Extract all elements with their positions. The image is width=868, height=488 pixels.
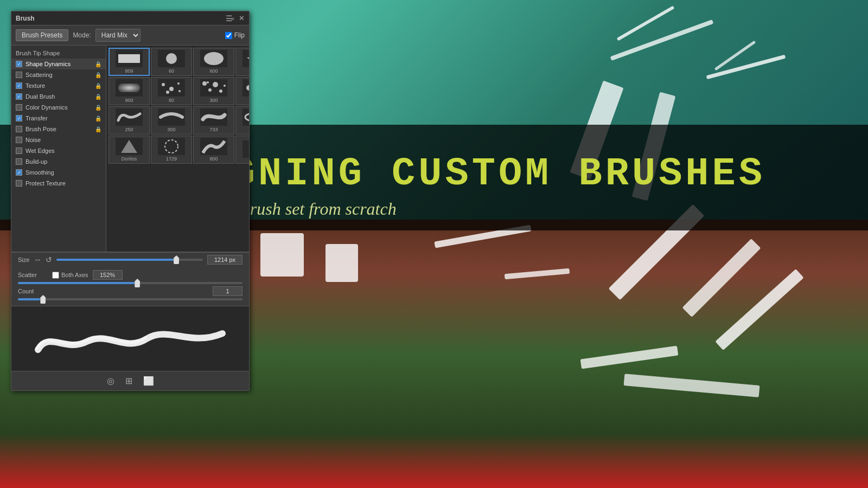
scatter-label: Scatter	[18, 272, 48, 278]
brush-preview-16	[158, 138, 185, 155]
brush-grid: 809 60 600	[106, 46, 249, 166]
scatter-slider-container	[18, 282, 242, 286]
brush-preview-11	[158, 108, 185, 126]
size-slider-track[interactable]	[56, 259, 203, 261]
brush-cell-0[interactable]: 809	[108, 48, 150, 76]
eye-icon[interactable]: ◎	[107, 376, 114, 386]
brush-size-1: 60	[169, 68, 174, 74]
both-axes-checkbox[interactable]	[52, 272, 59, 279]
svg-point-16	[224, 85, 226, 87]
brush-cell-10[interactable]: 250	[108, 106, 150, 134]
brush-size-17: 800	[209, 156, 218, 162]
texture-checkbox[interactable]	[16, 82, 22, 89]
wet-edges-item[interactable]: Wet Edges	[11, 145, 106, 156]
smoothing-checkbox[interactable]	[16, 169, 22, 176]
brush-cell-6[interactable]: 80	[151, 77, 192, 105]
brush-cell-16[interactable]: 1729	[151, 136, 192, 164]
transfer-checkbox[interactable]	[16, 115, 22, 121]
brush-cell-3[interactable]: 800	[235, 48, 249, 76]
scatter-row: Scatter Both Axes 152%	[18, 270, 242, 280]
svg-marker-3	[247, 52, 249, 67]
brush-size-6: 80	[169, 98, 174, 103]
color-dynamics-checkbox[interactable]	[16, 104, 22, 111]
texture-label: Texture	[25, 82, 45, 89]
flip-checkbox-label[interactable]: Flip	[225, 31, 245, 39]
panel-bottom: Size ↔ ↺ 1214 px Scatter Both Axes 152%	[11, 252, 249, 390]
brush-cell-7[interactable]: 300	[193, 77, 234, 105]
wet-edges-label: Wet Edges	[25, 147, 55, 154]
panel-controls: « ✕	[231, 14, 245, 22]
count-value[interactable]: 1	[213, 286, 242, 296]
flip-label: Flip	[234, 31, 245, 39]
protect-texture-checkbox[interactable]	[16, 180, 22, 187]
brush-cell-2[interactable]: 600	[193, 48, 234, 76]
brush-cell-17[interactable]: 800	[193, 136, 234, 164]
brush-cell-12[interactable]: 733	[193, 106, 234, 134]
scatter-value[interactable]: 152%	[93, 270, 123, 280]
count-slider-track[interactable]	[18, 298, 242, 300]
scattering-lock: 🔒	[95, 72, 101, 78]
shape-dynamics-item[interactable]: Shape Dynamics 🔒	[11, 59, 106, 69]
color-dynamics-item[interactable]: Color Dynamics 🔒	[11, 102, 106, 113]
both-axes-label[interactable]: Both Axes	[52, 272, 88, 279]
brush-pose-item[interactable]: Brush Pose 🔒	[11, 124, 106, 134]
protect-texture-label: Protect Texture	[25, 180, 66, 187]
svg-point-8	[169, 87, 174, 91]
brush-preview-6	[158, 79, 185, 97]
size-slider-fill	[56, 259, 174, 261]
buildup-label: Build-up	[25, 158, 47, 165]
brush-tip-shape-header[interactable]: Brush Tip Shape	[11, 48, 106, 59]
close-button[interactable]: ✕	[239, 14, 245, 22]
smoothing-label: Smoothing	[25, 169, 54, 176]
brush-cell-11[interactable]: 300	[151, 106, 192, 134]
dual-brush-checkbox[interactable]	[16, 93, 22, 100]
scatter-slider-thumb[interactable]	[135, 279, 140, 287]
noise-label: Noise	[25, 137, 41, 143]
transfer-item[interactable]: Transfer 🔒	[11, 113, 106, 124]
protect-texture-item[interactable]: Protect Texture	[11, 178, 106, 189]
wet-edges-checkbox[interactable]	[16, 147, 22, 154]
canvas-icon[interactable]: ⬜	[143, 376, 154, 386]
svg-point-9	[177, 82, 180, 85]
size-slider-thumb[interactable]	[174, 255, 179, 264]
flip-h-icon: ↔	[34, 255, 41, 264]
buildup-item[interactable]: Build-up	[11, 156, 106, 167]
brush-preview-canvas	[11, 306, 249, 371]
shape-dynamics-label: Shape Dynamics	[25, 61, 71, 67]
brush-presets-button[interactable]: Brush Presets	[16, 29, 68, 41]
smoothing-item[interactable]: Smoothing	[11, 167, 106, 178]
brush-preview-18	[242, 140, 249, 158]
brush-cell-13[interactable]: 1801	[235, 106, 249, 134]
deco-brush-14	[260, 233, 304, 277]
noise-checkbox[interactable]	[16, 137, 22, 143]
scatter-slider-track[interactable]	[18, 282, 242, 284]
panel-menu-icon[interactable]: ☰	[226, 14, 233, 23]
scattering-item[interactable]: Scattering 🔒	[11, 69, 106, 80]
transfer-label: Transfer	[25, 115, 48, 121]
svg-point-18	[246, 85, 249, 91]
mode-dropdown[interactable]: Hard Mix Normal Dissolve Multiply	[95, 29, 141, 42]
brush-preview-10	[116, 108, 143, 126]
scattering-checkbox[interactable]	[16, 72, 22, 78]
brush-cell-15[interactable]: Doritos	[108, 136, 150, 164]
brush-cell-1[interactable]: 60	[151, 48, 192, 76]
brush-cell-8[interactable]: 400	[235, 77, 249, 105]
dual-brush-item[interactable]: Dual Brush 🔒	[11, 91, 106, 102]
brush-pose-checkbox[interactable]	[16, 126, 22, 132]
size-value[interactable]: 1214 px	[207, 255, 242, 265]
brush-grid-area: 809 60 600	[106, 46, 249, 252]
shape-dynamics-checkbox[interactable]	[16, 61, 22, 67]
svg-point-10	[166, 91, 169, 94]
texture-item[interactable]: Texture 🔒	[11, 80, 106, 91]
mode-label: Mode:	[73, 31, 91, 39]
flip-checkbox-input[interactable]	[225, 32, 232, 39]
grid-icon[interactable]: ⊞	[125, 376, 132, 386]
count-slider-thumb[interactable]	[40, 295, 46, 304]
count-slider-fill	[18, 298, 40, 300]
brush-panel: Brush « ✕ ☰ Brush Presets Mode: Hard Mix…	[11, 11, 250, 391]
brush-cell-18[interactable]	[235, 136, 249, 164]
brush-cell-5[interactable]: 900	[108, 77, 150, 105]
noise-item[interactable]: Noise	[11, 134, 106, 145]
buildup-checkbox[interactable]	[16, 158, 22, 165]
transfer-lock: 🔒	[95, 115, 101, 121]
